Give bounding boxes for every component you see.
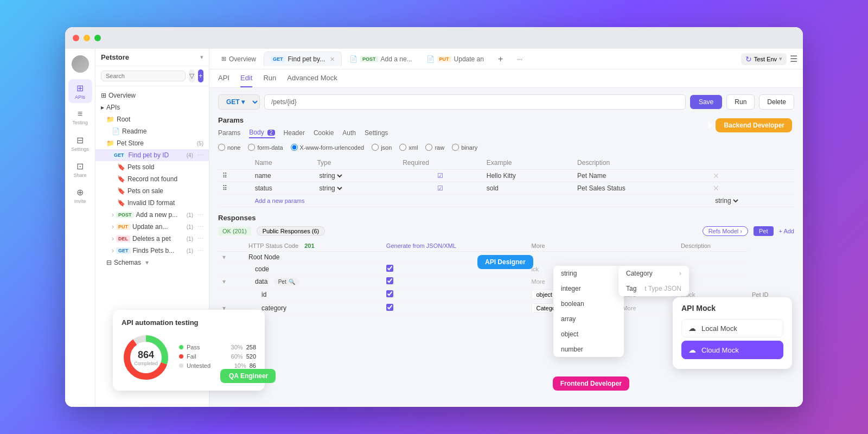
cloud-mock-item[interactable]: ☁ Cloud Mock xyxy=(681,341,783,359)
pet-category[interactable]: Category › xyxy=(618,266,689,281)
id-checkbox[interactable] xyxy=(386,290,393,297)
tree-del-delete[interactable]: › DEL Deletes a pet (1) ⋯ xyxy=(95,233,209,245)
env-selector[interactable]: ↻ Test Env ▾ xyxy=(741,53,787,65)
param-required-1[interactable]: ☑ xyxy=(398,170,482,182)
param-tab-auth[interactable]: Auth xyxy=(342,129,356,138)
data-checkbox[interactable] xyxy=(386,277,393,284)
expand-icon-2[interactable]: ▾ xyxy=(222,278,226,285)
minimize-dot[interactable] xyxy=(84,35,90,41)
radio-xml[interactable]: xml xyxy=(399,144,418,151)
maximize-dot[interactable] xyxy=(94,35,101,41)
tree-put-update[interactable]: › PUT Update an... (1) ⋯ xyxy=(95,221,209,233)
sidebar-item-invite[interactable]: ⊕ Invite xyxy=(68,183,92,207)
refs-model-button[interactable]: Refs Model › xyxy=(703,226,748,236)
param-required-2[interactable]: ☑ xyxy=(398,182,482,195)
tab-api[interactable]: API xyxy=(218,74,229,87)
tree-overview[interactable]: ⊞ Overview xyxy=(95,90,209,101)
radio-none[interactable]: none xyxy=(218,144,240,151)
tree-find-pet[interactable]: GET Find pet by ID (4) ⋯ xyxy=(95,149,209,161)
avatar[interactable] xyxy=(72,55,89,73)
radio-formdata[interactable]: form-data xyxy=(248,144,283,151)
delete-row-2[interactable]: ✕ xyxy=(713,184,719,193)
pet-button[interactable]: Pet xyxy=(754,226,774,236)
param-tab-body[interactable]: Body 2 xyxy=(249,129,275,138)
radio-binary[interactable]: binary xyxy=(452,144,477,151)
delete-button[interactable]: Delete xyxy=(759,94,794,110)
param-tab-params[interactable]: Params xyxy=(218,129,240,138)
backend-developer-badge[interactable]: Backend Developer xyxy=(716,118,792,132)
param-tab-settings[interactable]: Settings xyxy=(365,129,388,138)
tree-petstore[interactable]: 📁 Pet Store (5) xyxy=(95,137,209,149)
tab-add[interactable]: + xyxy=(492,51,509,67)
qa-engineer-badge[interactable]: QA Engineer xyxy=(220,369,276,383)
param-type-1[interactable]: string xyxy=(312,170,398,182)
sidebar-item-settings[interactable]: ⊟ Settings xyxy=(68,131,92,155)
tab-advanced-mock[interactable]: Advanced Mock xyxy=(287,74,337,87)
type-string[interactable]: string xyxy=(553,266,624,281)
search-input[interactable] xyxy=(101,71,186,81)
more-icon[interactable]: ⋯ xyxy=(197,152,203,159)
radio-urlencoded[interactable]: X-www-form-urlencoded xyxy=(291,144,365,151)
add-button[interactable]: + xyxy=(198,69,204,82)
method-select[interactable]: GET ▾ xyxy=(218,94,260,110)
more-icon-5[interactable]: ⋯ xyxy=(197,247,203,254)
tree-get-finds[interactable]: › GET Finds Pets b... (1) ⋯ xyxy=(95,245,209,257)
more-icon-2[interactable]: ⋯ xyxy=(197,212,203,219)
type-object[interactable]: object xyxy=(553,327,624,342)
tab-run[interactable]: Run xyxy=(263,74,276,87)
param-type-2[interactable]: string xyxy=(312,182,398,195)
code-checkbox[interactable] xyxy=(386,265,393,272)
radio-json[interactable]: json xyxy=(372,144,392,151)
tab-edit[interactable]: Edit xyxy=(240,74,252,87)
tree-pets-sold[interactable]: 🔖 Pets sold xyxy=(95,161,209,173)
menu-icon[interactable]: ☰ xyxy=(790,54,797,64)
drag-handle-2[interactable]: ⠿ xyxy=(218,182,251,195)
save-button[interactable]: Save xyxy=(690,95,722,109)
tab-put-update[interactable]: 📄 PUT Update an xyxy=(420,52,490,66)
expand-icon[interactable]: ▾ xyxy=(222,253,226,261)
filter-button[interactable]: ▽ xyxy=(189,69,195,82)
category-checkbox[interactable] xyxy=(386,304,393,311)
tree-root[interactable]: 📁 Root xyxy=(95,113,209,125)
tree-apis[interactable]: ▸ APIs xyxy=(95,101,209,113)
tree-pets-on-sale[interactable]: 🔖 Pets on sale xyxy=(95,185,209,197)
sidebar-item-share[interactable]: ⊡ Share xyxy=(68,157,92,181)
delete-row-1[interactable]: ✕ xyxy=(713,171,719,180)
category-more[interactable]: More xyxy=(622,305,636,311)
radio-raw[interactable]: raw xyxy=(425,144,444,151)
tab-post-add[interactable]: 📄 POST Add a ne... xyxy=(343,52,419,66)
run-button[interactable]: Run xyxy=(726,94,755,110)
more-icon-4[interactable]: ⋯ xyxy=(197,235,203,242)
type-integer[interactable]: integer xyxy=(553,281,624,296)
public-responses-button[interactable]: Public Responses (6) xyxy=(257,226,326,236)
type-number[interactable]: number xyxy=(553,342,624,357)
more-icon-3[interactable]: ⋯ xyxy=(197,224,203,231)
api-designer-badge[interactable]: API Designer xyxy=(477,255,533,269)
tab-get-find[interactable]: GET Find pet by... ✕ xyxy=(264,52,342,66)
add-response-button[interactable]: + Add xyxy=(779,228,794,234)
param-tab-cookie[interactable]: Cookie xyxy=(314,129,334,138)
url-input[interactable] xyxy=(264,94,686,110)
sidebar-item-apis[interactable]: ⊞ APIs xyxy=(68,79,92,103)
close-dot[interactable] xyxy=(73,35,79,41)
type-boolean[interactable]: boolean xyxy=(553,296,624,311)
type-array[interactable]: array xyxy=(553,311,624,327)
drag-handle[interactable]: ⠿ xyxy=(218,170,251,182)
frontend-developer-badge[interactable]: Frontend Developer xyxy=(553,376,629,391)
tree-readme[interactable]: 📄 Readme xyxy=(95,125,209,137)
local-mock-item[interactable]: ☁ Local Mock xyxy=(681,319,783,337)
data-more[interactable]: More xyxy=(532,278,545,285)
param-tab-header[interactable]: Header xyxy=(284,129,305,138)
tab-overview[interactable]: ⊞ Overview xyxy=(215,52,263,66)
sidebar-item-testing[interactable]: ≡ Testing xyxy=(68,105,92,129)
tree-schemas[interactable]: ⊟ Schemas ▾ xyxy=(95,257,209,269)
tree-post-add[interactable]: › POST Add a new p... (1) ⋯ xyxy=(95,209,209,221)
tab-more[interactable]: ··· xyxy=(510,52,529,66)
tree-invalid-id[interactable]: 🔖 Invalid ID format xyxy=(95,197,209,209)
tab-close-icon[interactable]: ✕ xyxy=(330,56,335,63)
data-pet-selector[interactable]: Pet 🔍 xyxy=(274,278,299,286)
tree-record-not-found[interactable]: 🔖 Record not found xyxy=(95,173,209,185)
pet-tag[interactable]: Tag t Type JSON xyxy=(618,281,689,296)
generate-link[interactable]: Generate from JSON/XML xyxy=(386,242,456,249)
add-param-button[interactable]: Add a new params xyxy=(255,197,305,204)
